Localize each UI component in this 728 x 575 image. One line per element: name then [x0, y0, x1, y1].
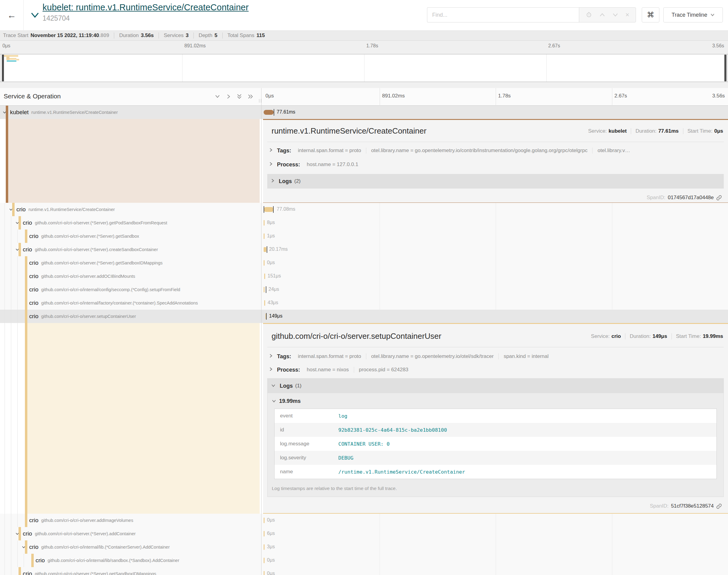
- service-name[interactable]: crio: [23, 219, 32, 226]
- process-chip: host.name = 127.0.0.1: [307, 162, 358, 168]
- tags-row[interactable]: Tags: internal.span.format = proto otel.…: [269, 352, 724, 361]
- span-row[interactable]: criogithub.com/cri-o/cri-o/server.(*Serv…: [0, 243, 728, 256]
- span-duration: 20.17ms: [269, 246, 288, 252]
- process-row[interactable]: Process: host.name = nixos process.pid =…: [269, 365, 724, 374]
- find-input[interactable]: [427, 7, 579, 23]
- service-name[interactable]: crio: [23, 570, 32, 575]
- find-controls: ×: [579, 7, 636, 23]
- ruler-gridlines: [263, 88, 728, 106]
- trace-title-link[interactable]: kubelet: runtime.v1.RuntimeService/Creat…: [42, 2, 249, 12]
- service-name[interactable]: crio: [29, 517, 39, 524]
- span-row[interactable]: criogithub.com/cri-o/cri-o/internal/fact…: [0, 296, 728, 310]
- span-bar[interactable]: [264, 247, 266, 252]
- back-button[interactable]: ←: [0, 0, 24, 30]
- process-row[interactable]: Process: host.name = 127.0.0.1: [269, 160, 724, 169]
- span-row[interactable]: criogithub.com/cri-o/cri-o/server.setupC…: [0, 310, 728, 323]
- span-row[interactable]: crioruntime.v1.RuntimeService/CreateCont…: [0, 203, 728, 216]
- service-name[interactable]: crio: [23, 530, 32, 537]
- span-bar[interactable]: [264, 518, 265, 523]
- span-rows-grid: kubelet runtime.v1.RuntimeService/Create…: [0, 106, 728, 575]
- span-row[interactable]: criogithub.com/cri-o/cri-o/server.(*Serv…: [0, 527, 728, 540]
- tag-chip: span.kind = internal: [498, 353, 549, 360]
- operation-name: github.com/cri-o/cri-o/internal/config/s…: [41, 287, 180, 292]
- service-name[interactable]: crio: [29, 233, 39, 240]
- clear-find-icon[interactable]: ×: [625, 11, 629, 18]
- trace-view-select[interactable]: Trace Timeline: [663, 7, 723, 23]
- detail-meta: Service:crio Duration:149μs Start Time:1…: [591, 333, 723, 339]
- service-name[interactable]: crio: [29, 313, 39, 320]
- previous-match-icon[interactable]: [599, 12, 606, 17]
- collapse-deep-icon[interactable]: [236, 93, 243, 100]
- service-color-bar: [25, 540, 27, 554]
- link-icon[interactable]: [716, 503, 722, 509]
- service-color-bar: [19, 527, 21, 540]
- span-bar[interactable]: [264, 558, 265, 563]
- span-bar[interactable]: [264, 300, 265, 306]
- chevron-down-icon: [272, 398, 276, 404]
- minimap-left-handle[interactable]: [2, 55, 4, 81]
- service-name[interactable]: crio: [36, 557, 45, 564]
- locate-match-icon[interactable]: [586, 11, 592, 18]
- span-bar[interactable]: [264, 274, 265, 279]
- log-marker-tick: [274, 109, 274, 116]
- log-timestamp: 19.99ms: [279, 398, 301, 404]
- link-icon[interactable]: [716, 195, 722, 201]
- span-duration: 3μs: [267, 544, 275, 549]
- column-resizer-grip[interactable]: [259, 99, 261, 103]
- minimap-canvas[interactable]: [0, 54, 728, 82]
- service-name[interactable]: kubelet: [10, 109, 29, 116]
- expand-all-icon[interactable]: [247, 93, 254, 100]
- span-bar[interactable]: [264, 260, 265, 266]
- span-row[interactable]: criogithub.com/cri-o/cri-o/server.(*Serv…: [0, 567, 728, 575]
- span-bar[interactable]: [264, 110, 274, 115]
- column-divider[interactable]: [261, 88, 262, 575]
- span-bar[interactable]: [264, 571, 265, 575]
- span-bar[interactable]: [264, 287, 265, 292]
- collapse-header-button[interactable]: [30, 10, 40, 20]
- span-row[interactable]: criogithub.com/cri-o/cri-o/server.(*Serv…: [0, 216, 728, 230]
- span-row[interactable]: kubelet runtime.v1.RuntimeService/Create…: [0, 106, 728, 119]
- trace-title-block: kubelet: runtime.v1.RuntimeService/Creat…: [42, 2, 249, 23]
- span-row[interactable]: criogithub.com/cri-o/cri-o/server.(*Serv…: [0, 230, 728, 243]
- detail-operation-title: runtime.v1.RuntimeService/CreateContaine…: [271, 126, 426, 136]
- expand-one-icon[interactable]: [225, 93, 232, 100]
- span-bar[interactable]: [264, 233, 265, 239]
- span-bar[interactable]: [264, 220, 265, 226]
- log-field-value: log: [338, 413, 348, 419]
- service-name[interactable]: crio: [29, 544, 39, 550]
- operation-name: github.com/cri-o/cri-o/server.addOCIBind…: [41, 274, 135, 279]
- chevron-right-icon: [269, 147, 273, 154]
- span-name-cell: kubelet runtime.v1.RuntimeService/Create…: [0, 106, 260, 119]
- span-row[interactable]: criogithub.com/cri-o/cri-o/server.addIma…: [0, 514, 728, 527]
- trace-summary-bar: Trace Start November 15 2022, 11:19:40.8…: [0, 30, 728, 41]
- span-bar[interactable]: [264, 531, 265, 536]
- log-fields-table: event log id 92b82381-025c-4a64-815c-ba2…: [274, 409, 717, 479]
- collapse-all-icon[interactable]: [214, 93, 221, 100]
- span-detail-panel: github.com/cri-o/cri-o/server.setupConta…: [0, 323, 728, 514]
- keyboard-shortcuts-button[interactable]: ⌘: [642, 7, 659, 23]
- minimap-right-handle[interactable]: [724, 55, 726, 81]
- operation-name: github.com/cri-o/cri-o/server.setupConta…: [41, 314, 136, 319]
- log-entry-toggle[interactable]: 19.99ms: [272, 398, 723, 404]
- service-name[interactable]: crio: [23, 246, 32, 253]
- ruler-tick: 891.02ms: [382, 93, 405, 99]
- service-name[interactable]: crio: [29, 286, 39, 293]
- next-match-icon[interactable]: [612, 12, 619, 17]
- service-name[interactable]: crio: [29, 260, 39, 266]
- service-name[interactable]: crio: [29, 300, 39, 306]
- span-bar[interactable]: [264, 544, 265, 550]
- service-name[interactable]: crio: [16, 206, 26, 213]
- span-row[interactable]: criogithub.com/cri-o/cri-o/server.addOCI…: [0, 270, 728, 283]
- span-row[interactable]: criogithub.com/cri-o/cri-o/internal/lib.…: [0, 540, 728, 554]
- log-note: Log timestamps are relative to the start…: [272, 486, 723, 497]
- logs-toggle-row[interactable]: Logs (2): [267, 174, 724, 189]
- span-row[interactable]: criogithub.com/cri-o/cri-o/internal/conf…: [0, 283, 728, 296]
- span-bar[interactable]: [264, 207, 274, 212]
- span-row[interactable]: criogithub.com/cri-o/cri-o/internal/lib/…: [0, 554, 728, 567]
- service-name[interactable]: crio: [29, 273, 39, 280]
- span-row[interactable]: criogithub.com/cri-o/cri-o/server.(*Serv…: [0, 256, 728, 270]
- span-detail-panel: runtime.v1.RuntimeService/CreateContaine…: [0, 119, 728, 203]
- tags-row[interactable]: Tags: internal.span.format = proto otel.…: [269, 146, 724, 155]
- log-field-value: 92b82381-025c-4a64-815c-ba2e1bb08100: [338, 427, 447, 433]
- logs-toggle-row[interactable]: Logs (1): [268, 379, 723, 393]
